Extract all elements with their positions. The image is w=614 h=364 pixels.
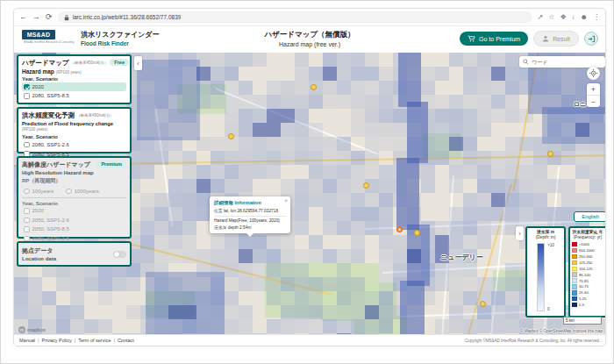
extensions-icon[interactable]: ❖: [560, 14, 566, 21]
checkbox-option[interactable]: 2080, SSP5-8.5: [22, 92, 126, 101]
checkbox-option[interactable]: 2080, SSP1-2.6: [22, 140, 126, 149]
location-panel-title-en: Location data: [22, 256, 56, 261]
checkbox-icon[interactable]: [24, 208, 30, 214]
flood-cell: [463, 193, 477, 207]
flood-cell: [239, 235, 253, 249]
radio-option[interactable]: 100years: [22, 187, 55, 196]
back-icon[interactable]: ←: [19, 13, 27, 21]
flood-cell: [182, 53, 196, 67]
flood-cell: [463, 235, 477, 249]
footer-link[interactable]: Manual: [19, 338, 35, 343]
flood-cell: [154, 151, 168, 165]
flood-cell: [463, 263, 477, 277]
checkbox-icon[interactable]: [24, 93, 30, 99]
bookmark-star-icon[interactable]: ☆: [548, 14, 554, 21]
location-data-toggle[interactable]: [113, 251, 126, 258]
flood-cell: [239, 263, 253, 277]
checkbox-option[interactable]: 2020: [22, 207, 126, 216]
flood-cell: [211, 81, 225, 95]
legend-entry: >1000: [572, 242, 603, 247]
flood-cell: [337, 137, 351, 151]
flood-cell: [70, 305, 84, 319]
flood-cell: [547, 151, 561, 165]
logout-button[interactable]: [584, 32, 598, 46]
flood-cell: [463, 53, 477, 67]
forward-icon[interactable]: →: [32, 13, 40, 21]
zoom-out-button[interactable]: −: [587, 96, 600, 107]
reload-icon[interactable]: ⟳: [46, 13, 53, 21]
legend-entry-label: 500-1000: [579, 248, 595, 253]
popup-close-icon[interactable]: ×: [284, 197, 288, 203]
checkbox-icon[interactable]: [24, 218, 30, 224]
flood-cell: [154, 81, 168, 95]
flood-cell: [533, 81, 547, 95]
radio-icon[interactable]: [66, 189, 72, 195]
flood-cell: [154, 277, 168, 291]
flood-cell: [603, 193, 605, 207]
popup-title: 詳細情報 Information: [214, 200, 286, 206]
url-bar[interactable]: larc.irric.co.jp/web/#11.36/28.6652/77.0…: [58, 11, 532, 23]
flood-cell: [98, 277, 112, 291]
flood-cell: [379, 179, 393, 193]
checkbox-icon[interactable]: [24, 142, 30, 148]
flood-cell: [182, 179, 196, 193]
hazard-panel-title-jp: ハザードマップ: [22, 59, 69, 68]
flood-cell: [281, 249, 295, 263]
flood-cell: [309, 81, 323, 95]
checkbox-option[interactable]: 2050, SSP5-8.5: [22, 225, 126, 234]
result-button[interactable]: Result: [533, 31, 579, 46]
map-attribution[interactable]: © Mapbox © OpenStreetMap Improve this ma…: [520, 329, 603, 333]
flood-cell: [253, 235, 267, 249]
flood-cell: [379, 165, 393, 179]
mapbox-logo[interactable]: m mapbox: [18, 326, 46, 333]
logout-icon: [588, 35, 596, 43]
cart-icon: [468, 35, 475, 42]
geolocate-button[interactable]: [587, 67, 600, 80]
flood-cell: [519, 81, 533, 95]
map-road: [119, 240, 332, 295]
checkbox-icon[interactable]: [24, 226, 30, 232]
flood-cell: [505, 81, 519, 95]
footer-link[interactable]: Privacy Policy: [41, 338, 71, 343]
search-input[interactable]: [532, 60, 602, 65]
download-icon[interactable]: ↓: [572, 14, 575, 21]
map-park: [321, 282, 396, 321]
english-button[interactable]: English: [574, 211, 605, 222]
flood-cell: [547, 123, 561, 137]
radio-icon[interactable]: [24, 189, 30, 195]
map-road: [490, 193, 507, 335]
flood-cell: [547, 67, 561, 81]
zoom-in-button[interactable]: +: [587, 83, 600, 96]
flood-cell: [533, 193, 547, 207]
sidebar-collapse-button[interactable]: ‹: [134, 56, 142, 70]
flood-cell: [351, 95, 365, 109]
profile-icon[interactable]: ☻: [581, 14, 588, 21]
checkbox-icon[interactable]: [24, 84, 30, 90]
flood-cell: [393, 109, 407, 123]
checkbox-option[interactable]: 2050, SSP1-2.6: [22, 216, 126, 225]
footer-link[interactable]: Term of service: [78, 338, 111, 343]
flood-cell: [168, 291, 182, 305]
flood-cell: [561, 95, 575, 109]
flood-cell: [323, 151, 337, 165]
flood-cell: [267, 319, 281, 333]
checkbox-option[interactable]: 2020: [22, 82, 126, 91]
flood-cell: [239, 179, 253, 193]
go-to-premium-button[interactable]: Go to Premium: [460, 32, 528, 46]
flood-cell: [379, 81, 393, 95]
flood-cell: [379, 221, 393, 235]
road-shield-icon: [480, 301, 486, 307]
footer-link[interactable]: Contact: [118, 338, 134, 343]
legend-entry-label: >1000: [579, 242, 589, 246]
flood-cell: [309, 151, 323, 165]
share-icon[interactable]: ↗: [538, 14, 544, 21]
radio-option[interactable]: 1000years: [64, 187, 101, 196]
legend-swatch: [572, 272, 577, 277]
legend-expand-button[interactable]: ›: [516, 226, 524, 240]
flood-cell: [168, 179, 182, 193]
flood-cell: [309, 179, 323, 193]
flood-cell: [211, 137, 225, 151]
flood-cell: [337, 95, 351, 109]
flood-cell: [295, 109, 309, 123]
menu-kebab-icon[interactable]: ⋮: [593, 14, 600, 21]
